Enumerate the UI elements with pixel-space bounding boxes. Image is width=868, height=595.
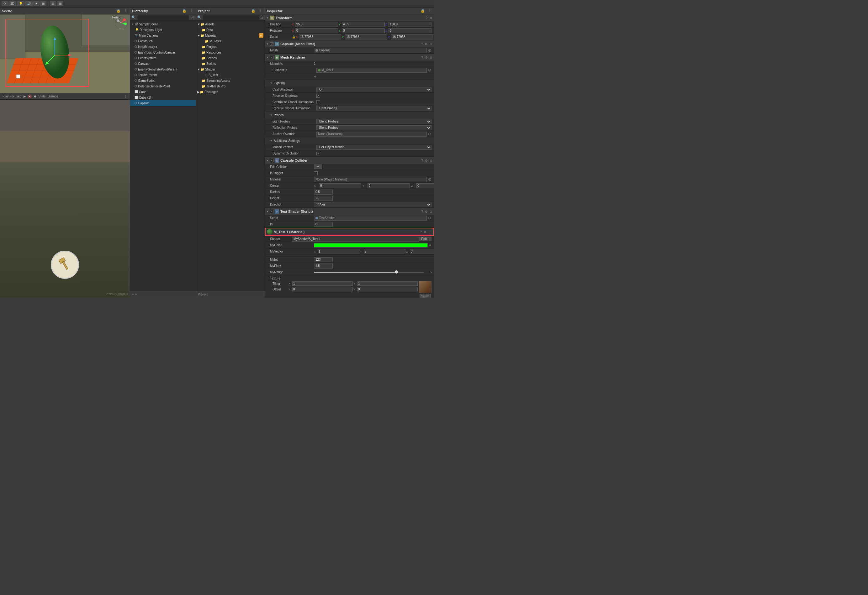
- mf-gear-btn[interactable]: ⚙: [424, 42, 428, 46]
- project-item-shader[interactable]: ▼ 📁 Shader: [196, 66, 265, 72]
- position-x-input[interactable]: [295, 22, 338, 27]
- dynamic-occlusion-checkbox[interactable]: [316, 152, 320, 155]
- transform-gear-btn[interactable]: ⚙: [429, 16, 433, 20]
- anchor-select-btn[interactable]: ⊙: [428, 132, 431, 136]
- physic-material-field[interactable]: None (Physic Material): [314, 177, 427, 182]
- project-item-assets[interactable]: ▼ 📁 Assets: [196, 21, 265, 27]
- mr-circle-btn[interactable]: ⊙: [429, 56, 433, 59]
- contrib-gi-checkbox[interactable]: [316, 100, 320, 104]
- cc-gear-btn[interactable]: ⚙: [424, 159, 428, 162]
- project-item-scripts[interactable]: 📁 Scripts: [196, 61, 265, 66]
- play-record-btn[interactable]: ⏺: [34, 94, 37, 98]
- hierarchy-item-eventsys[interactable]: ⬡ EventSystem: [130, 55, 196, 61]
- hierarchy-item-cube1[interactable]: ⬜ Cube (1): [130, 94, 196, 100]
- myint-input[interactable]: [314, 257, 333, 262]
- hierarchy-item-enemy-parent[interactable]: ⬡ EnemyGeneratePointParent: [130, 66, 196, 72]
- play-mute-btn[interactable]: 🔇: [28, 94, 32, 98]
- mesh-object-field[interactable]: Capsule: [314, 48, 427, 53]
- script-field[interactable]: TestShader: [314, 215, 427, 221]
- hierarchy-item-canvas[interactable]: ⬡ Canvas: [130, 61, 196, 66]
- texture-thumbnail[interactable]: [419, 281, 431, 293]
- toolbar-btn-layers[interactable]: ⊟: [50, 1, 56, 6]
- position-y-input[interactable]: [342, 22, 385, 27]
- myfloat-input[interactable]: [314, 264, 333, 268]
- center-x-input[interactable]: [319, 183, 361, 188]
- tiling-x-input[interactable]: [292, 281, 353, 286]
- myrange-slider[interactable]: [314, 272, 424, 273]
- hierarchy-menu-btn[interactable]: ⋮: [189, 9, 194, 13]
- is-trigger-checkbox[interactable]: [314, 171, 318, 175]
- probes-sub-header[interactable]: ▼ Probes: [265, 112, 434, 118]
- height-input[interactable]: [314, 196, 333, 201]
- radius-input[interactable]: [314, 190, 333, 194]
- toolbar-btn-layout[interactable]: ▤: [57, 1, 63, 6]
- play-toggle-btn[interactable]: ▶: [24, 94, 26, 98]
- project-item-scenes[interactable]: 📁 Scenes: [196, 55, 265, 61]
- ts-checkbox[interactable]: [270, 210, 273, 214]
- rotation-y-input[interactable]: [342, 28, 385, 33]
- play-focused-btn[interactable]: Play Focused: [3, 94, 22, 98]
- project-item-stest1[interactable]: ⬡ S_Test1: [196, 72, 265, 78]
- hierarchy-add-btn[interactable]: +: [132, 293, 134, 296]
- edit-collider-btn[interactable]: ✏: [314, 165, 322, 169]
- project-item-mtest1[interactable]: 📁 M_Test1: [196, 38, 265, 44]
- ts-circle-btn[interactable]: ⊙: [429, 210, 433, 214]
- mr-question-btn[interactable]: ?: [421, 56, 424, 59]
- hierarchy-item-gamescript[interactable]: ⬡ GameScript: [130, 78, 196, 83]
- toolbar-btn-audio[interactable]: 🔊: [25, 1, 32, 6]
- reflection-probes-dropdown[interactable]: Blend Probes: [316, 125, 431, 130]
- project-item-data[interactable]: 📁 Data: [196, 27, 265, 32]
- hierarchy-item-dir-light[interactable]: 💡 Directional Light: [130, 27, 196, 32]
- hierarchy-lock-btn[interactable]: 🔒: [182, 9, 187, 13]
- scale-x-input[interactable]: [299, 34, 341, 40]
- scene-lock-btn[interactable]: 🔒: [116, 9, 121, 13]
- scale-y-input[interactable]: [345, 34, 387, 40]
- capsule-collider-header[interactable]: ▼ ◎ Capsule Collider ? ⚙ ⊙: [265, 157, 434, 164]
- toolbar-btn-light[interactable]: 💡: [17, 1, 24, 6]
- toolbar-btn-grid[interactable]: ⊞: [40, 1, 46, 6]
- center-z-input[interactable]: [416, 183, 434, 188]
- myrange-thumb[interactable]: [395, 270, 398, 274]
- physic-select-btn[interactable]: ⊙: [428, 177, 431, 182]
- hierarchy-item-maincam[interactable]: 📷 Main Camera: [130, 32, 196, 38]
- hierarchy-item-terrain[interactable]: ⬡ TerrainParent: [130, 72, 196, 78]
- element0-field[interactable]: M_Test1: [316, 68, 427, 73]
- project-item-packages[interactable]: ▶ 📁 Packages: [196, 89, 265, 94]
- cast-shadows-dropdown[interactable]: On: [316, 87, 431, 92]
- mf-checkbox[interactable]: [270, 42, 273, 46]
- play-bar-menu[interactable]: ⋮: [124, 94, 127, 98]
- id-input[interactable]: [314, 222, 333, 227]
- center-y-input[interactable]: [368, 183, 410, 188]
- hierarchy-item-samplescene[interactable]: ▼ 🎬 SampleScene: [130, 21, 196, 27]
- rotation-z-input[interactable]: [388, 28, 431, 33]
- mesh-select-btn[interactable]: ⊙: [428, 48, 431, 53]
- hierarchy-item-inputmgr[interactable]: ⬡ InputManager: [130, 44, 196, 50]
- mr-checkbox[interactable]: [270, 56, 273, 59]
- cc-checkbox[interactable]: [270, 159, 273, 162]
- lighting-sub-header[interactable]: ▼ Lighting: [265, 80, 434, 87]
- ts-question-btn[interactable]: ?: [421, 210, 424, 214]
- position-z-input[interactable]: [388, 22, 431, 27]
- receive-gi-dropdown[interactable]: Light Probes: [316, 106, 431, 111]
- rotation-x-input[interactable]: [295, 28, 338, 33]
- shader-dropdown[interactable]: MyShader/S_Test1: [292, 237, 419, 242]
- toolbar-btn-rotate[interactable]: ⟳: [1, 1, 8, 6]
- materials-add-btn[interactable]: +: [314, 74, 316, 79]
- scene-gizmo-widget[interactable]: Persp: [114, 15, 129, 31]
- material-more-btn[interactable]: ⋮: [428, 230, 432, 234]
- mf-question-btn[interactable]: ?: [421, 42, 424, 46]
- material-question-btn[interactable]: ?: [419, 230, 422, 234]
- ts-gear-btn[interactable]: ⚙: [424, 210, 428, 214]
- script-select-btn[interactable]: ⊙: [428, 215, 431, 220]
- vec-z-input[interactable]: [410, 249, 434, 254]
- mesh-filter-header[interactable]: ▼ ⬡ Capsule (Mesh Filter) ? ⚙ ⊙: [265, 40, 434, 47]
- project-search-input[interactable]: [203, 15, 259, 20]
- material-section-header[interactable]: M_Test 1 (Material) ? ⚙ ⋮: [265, 228, 434, 236]
- inspector-lock-btn[interactable]: 🔒: [420, 9, 425, 13]
- hierarchy-item-capsule[interactable]: ⬡ Capsule: [130, 100, 196, 106]
- vec-y-input[interactable]: [364, 249, 406, 254]
- hierarchy-sort-btn[interactable]: ≡: [135, 293, 137, 296]
- hierarchy-item-cube[interactable]: ⬜ Cube: [130, 89, 196, 94]
- mf-circle-btn[interactable]: ⊙: [429, 42, 433, 46]
- color-edit-icon[interactable]: ✏: [429, 243, 431, 247]
